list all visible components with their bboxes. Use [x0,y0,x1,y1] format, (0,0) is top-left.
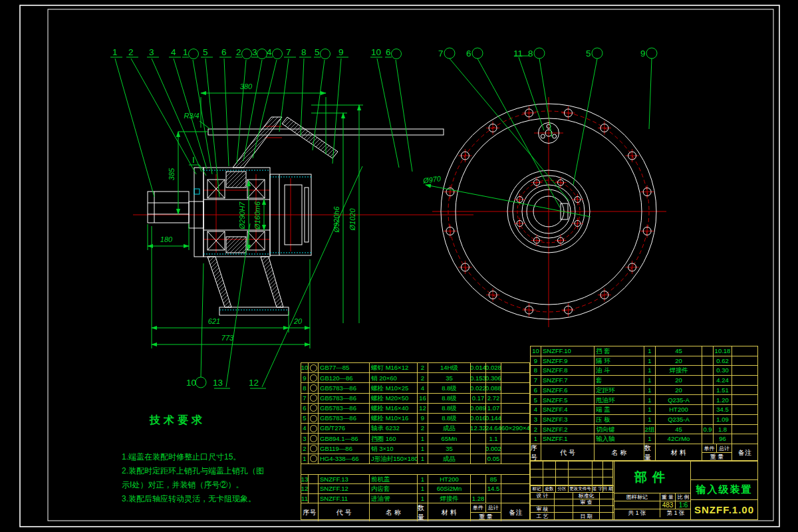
sign-row-design: 设 计 标准化 [531,493,614,499]
bom-unit-weight [702,346,714,356]
bom-code: SNZFF.4 [541,405,595,415]
bom-name: 螺栓 M10×16 [370,414,418,424]
balloon-ref-icon [309,494,319,503]
bom-total-weight: 10.18 [714,346,732,356]
bom-unit-weight: 0.014 [471,363,486,373]
bom-unit-weight: 0.089 [471,404,486,414]
bom-unit-weight: 0.9 [702,425,714,435]
bom-material: 45 [656,425,702,435]
dim-160m6: Ø160m6 [253,201,261,230]
weight-value: 483 [660,501,676,509]
stage-weight-scale-header: 图样标记 重 量 比 例 [614,493,690,501]
svg-text:1: 1 [112,47,118,57]
bom-name: 前机盖 [370,475,418,484]
bom-unit-weight: 12.32 [471,424,486,434]
balloon-ref-icon [309,444,319,454]
svg-text:6: 6 [466,49,471,59]
rev-date: 日 期 [603,486,613,492]
revision-header: 标记 处数 分区 更改文件号 签 字 日 期 [531,486,614,493]
bom-remark [501,434,530,444]
bom-remark [732,376,757,386]
bom-unit-weight: 1.28 [471,494,486,503]
bom-material: HT200 [428,475,471,484]
bom-remark [501,414,530,424]
hatch-strips [194,170,311,310]
header-code: 代 号 [541,444,595,462]
rev-zone: 分区 [556,486,569,492]
bom-name: 切向键 [595,425,644,435]
bom-row: 13 SNZFF.13 前机盖 1 HT200 85 [301,475,529,484]
bom-material: 8.8级 [428,394,471,404]
bom-remark [732,415,757,425]
bom-remark [501,404,530,414]
bom-material: Q235-A [656,415,702,425]
bom-unit-weight [471,484,486,493]
svg-text:13: 13 [213,378,223,388]
bom-seq: 3 [301,434,309,444]
bom-code: GB120—86 [319,373,370,383]
bom-unit-weight: 0.17 [471,394,486,404]
bom-seq: 9 [531,356,541,366]
svg-text:2: 2 [128,47,134,57]
bom-row: 9 GB120—86 销 20×60 2 35 0.153 0.306 [301,373,529,383]
bom-code: SNZFF.8 [541,366,595,376]
bom-qty: 1 [644,386,656,396]
svg-text:5: 5 [315,47,320,57]
balloon-ref-icon [309,424,319,434]
title-block-right: 输入级装置 SNZFF.1.00 [691,462,757,519]
bom-total-weight: 85 [486,475,501,484]
bom-material: 20 [656,376,702,386]
bom-material: 35 [428,444,471,454]
bom-qty: 1 [418,484,428,493]
sheet-row: 共 1 张 第 1 张 [614,509,690,517]
svg-text:4: 4 [267,47,272,57]
bom-name: 压 板 [595,415,644,425]
sign-row-process: 工 艺 日 期 [531,513,614,519]
tech-requirements-items: 1.端盖在装配时修整止口尺寸15。 2.装配时定距环上销孔与端盖上销孔（图 示Ⅰ… [122,450,328,506]
bom-remark [501,373,530,383]
bom-material: 14H级 [428,363,471,373]
bom-seq: 6 [531,386,541,396]
bom-remark: 160×290×48 [501,424,530,434]
header-name: 名 称 [370,503,418,521]
balloon-ref-icon [309,363,319,373]
bom-seq: 4 [531,405,541,415]
svg-text:12: 12 [249,378,259,388]
bom-seq: 13 [301,475,309,484]
svg-text:10: 10 [371,47,381,57]
svg-text:3: 3 [252,47,257,57]
weight-label: 重 量 [660,493,676,501]
bom-remark [732,356,757,366]
bom-seq: 11 [301,494,309,503]
bom-total-weight: 1.09 [714,415,732,425]
tech-requirements: 技术要求 1.端盖在装配时修整止口尺寸15。 2.装配时定距环上销孔与端盖上销孔… [122,414,328,506]
bom-row: 12 SNZFF.12 内齿套 1 60Si2Mn 14.5 [301,484,529,493]
dim-20: 20 [293,317,303,325]
bom-qty: 1 [644,434,656,444]
bom-seq: 2 [531,425,541,435]
bom-name: 油 斗 [595,366,644,376]
bom-material: 8.8级 [428,383,471,393]
header-total: 总计 [486,504,501,512]
bom-row: 6 GB5783—86 螺栓 M16×40 12 8.8级 0.089 1.07 [301,404,529,414]
bom-unit-weight: 0.022 [471,383,486,393]
svg-text:2: 2 [236,47,241,57]
bom-material: 60Si2Mn [428,484,471,493]
sheet-no: 第 1 张 [660,509,691,517]
bom-total-weight: 4.24 [714,376,732,386]
bom-qty: 4 [418,383,428,393]
dim-290h7: Ø290H7 [238,201,246,230]
bom-total-weight: 1.07 [486,404,501,414]
header-unit: 单件 [702,444,717,452]
bom-qty: 1 [644,395,656,405]
bom-row: 3 GB894.1—86 挡圈 160 1 65Mn 1.1 [301,434,529,444]
bom-row: 2 GB119—86 销 3×10 1 35 0.002 [301,444,529,454]
bom-seq: 7 [301,394,309,404]
bom-material: 焊接件 [428,494,471,503]
bom-name: 销 3×10 [370,444,418,454]
bom-seq: 7 [531,376,541,386]
bom-name: 输入轴 [595,434,644,444]
bom-code: GB119—86 [319,444,370,454]
bom-seq: 4 [301,424,309,434]
dim-380: 380 [240,82,253,90]
